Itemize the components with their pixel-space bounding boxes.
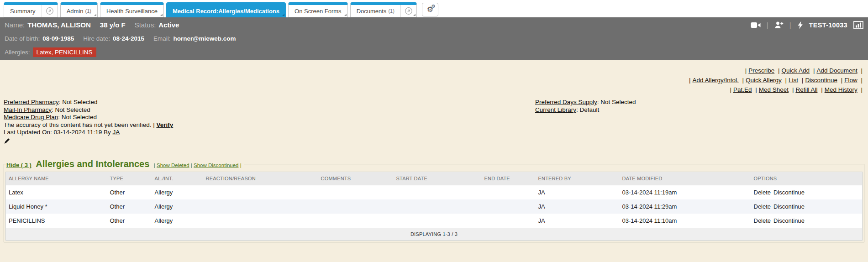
gear-small-icon: ⚙ — [431, 4, 436, 9]
displaying-count: DISPLAYING 1-3 / 3 — [6, 228, 863, 241]
cell-comments — [318, 199, 394, 214]
col-comments[interactable]: COMMENTS — [318, 172, 394, 185]
tab-bar: Summary Admin(1) Health Surveillance Med… — [0, 0, 868, 17]
popout-arrow-icon — [46, 7, 54, 15]
cell-end-date — [482, 185, 536, 200]
summary-popout-button[interactable] — [42, 5, 58, 17]
quick-links-row-1: |Prescribe |Quick Add |Add Document | — [4, 66, 864, 75]
mail-in-pharmacy-value: Not Selected — [55, 106, 90, 113]
medicare-drug-plan-link[interactable]: Medicare Drug Plan — [4, 114, 58, 121]
col-entered-by[interactable]: ENTERED BY — [536, 172, 620, 185]
tab-summary[interactable]: Summary — [4, 2, 58, 17]
tab-admin-count: (1) — [85, 8, 91, 14]
cell-comments — [318, 185, 394, 200]
page: Summary Admin(1) Health Surveillance Med… — [0, 0, 868, 262]
cell-start-date — [394, 199, 482, 214]
verify-line: The accuracy of this content has not yet… — [4, 121, 864, 129]
tab-dropdown-fold — [282, 14, 284, 16]
delete-link[interactable]: Delete — [754, 189, 771, 196]
quick-add-link[interactable]: Quick Add — [782, 67, 810, 74]
preferred-days-supply-link[interactable]: Preferred Days Supply — [535, 99, 597, 105]
settings-gears-button[interactable]: ⚙ ⚙ — [422, 3, 438, 16]
mail-in-pharmacy-link[interactable]: Mail-In Pharmacy — [4, 106, 52, 113]
pharmacy-info-right: Preferred Days Supply: Not Selected Curr… — [535, 99, 636, 114]
cell-allergy-name: Liquid Honey * — [6, 199, 107, 214]
patient-age-sex: 38 y/o F — [100, 21, 126, 29]
dob-label: Date of birth: — [5, 35, 40, 42]
cell-type: Other — [107, 199, 152, 214]
col-start-date[interactable]: START DATE — [394, 172, 482, 185]
tab-on-screen-forms[interactable]: On Screen Forms — [288, 2, 348, 17]
tab-health-surveillance[interactable]: Health Surveillance — [100, 2, 164, 17]
verify-text: The accuracy of this content has not yet… — [4, 121, 151, 128]
quick-allergy-link[interactable]: Quick Allergy — [746, 77, 782, 84]
edit-pencil-icon[interactable] — [4, 138, 10, 144]
delete-link[interactable]: Delete — [754, 203, 771, 210]
col-al-int[interactable]: AL./INT. — [152, 172, 203, 185]
allergies-section-title: Allergies and Intolerances — [36, 159, 149, 169]
discontinue-row-link[interactable]: Discontinue — [773, 217, 805, 224]
cell-options: DeleteDiscontinue — [751, 199, 863, 214]
table-row-latex: Latex Other Allergy JA 03-14-2024 11:19a… — [6, 185, 863, 200]
hide-section-link[interactable]: Hide ( 3 ) — [6, 162, 32, 168]
patient-email: horner@mieweb.com — [173, 35, 236, 42]
cell-reaction — [203, 185, 318, 200]
col-reaction-reason[interactable]: REACTION/REASON — [203, 172, 318, 185]
cell-type: Other — [107, 185, 152, 200]
current-library-link[interactable]: Current Library — [535, 106, 576, 113]
med-sheet-link[interactable]: Med Sheet — [759, 86, 789, 93]
video-camera-icon[interactable] — [751, 21, 761, 29]
table-header-row: ALLERGY NAME TYPE AL./INT. REACTION/REAS… — [6, 172, 863, 185]
cell-start-date — [394, 185, 482, 200]
tab-documents-count: (1) — [388, 8, 394, 14]
discontinue-row-link[interactable]: Discontinue — [773, 203, 805, 210]
add-document-link[interactable]: Add Document — [816, 67, 857, 74]
add-person-icon[interactable] — [774, 21, 784, 29]
col-allergy-name[interactable]: ALLERGY NAME — [6, 172, 107, 185]
patient-header-row-1: Name: THOMAS, ALLISON 38 y/o F Status: A… — [0, 17, 868, 32]
lightning-icon[interactable] — [797, 21, 803, 29]
preferred-days-supply-value: Not Selected — [600, 99, 636, 105]
cell-date-modified: 03-14-2024 11:29am — [620, 199, 751, 214]
tab-dropdown-fold — [94, 14, 96, 16]
col-type[interactable]: TYPE — [107, 172, 152, 185]
preferred-pharmacy-link[interactable]: Preferred Pharmacy — [4, 99, 59, 105]
tab-admin[interactable]: Admin(1) — [60, 2, 98, 17]
last-updated-by-link[interactable]: JA — [112, 129, 120, 136]
cell-type: Other — [107, 214, 152, 228]
patient-header-row-2: Date of birth: 08-09-1985 Hire date: 08-… — [0, 32, 868, 45]
col-options: OPTIONS — [751, 172, 863, 185]
show-deleted-link[interactable]: Show Deleted — [157, 162, 189, 168]
patient-header-row-3: Allergies: Latex, PENICILLINS — [0, 45, 868, 60]
medicare-drug-plan-value: Not Selected — [62, 114, 97, 121]
patient-dob: 08-09-1985 — [42, 35, 74, 42]
show-discontinued-link[interactable]: Show Discontinued — [194, 162, 238, 168]
col-date-modified[interactable]: DATE MODIFIED — [620, 172, 751, 185]
col-end-date[interactable]: END DATE — [482, 172, 536, 185]
allergies-badge[interactable]: Latex, PENICILLINS — [33, 47, 96, 57]
preferred-days-supply-line: Preferred Days Supply: Not Selected — [535, 99, 636, 106]
pat-ed-link[interactable]: Pat.Ed — [733, 86, 752, 93]
delete-link[interactable]: Delete — [754, 217, 771, 224]
tab-medical-record-allergies-medications[interactable]: Medical Record:Allergies/Medications — [166, 2, 286, 17]
preferred-pharmacy-value: Not Selected — [62, 99, 97, 105]
tab-dropdown-fold — [344, 14, 347, 16]
tab-documents[interactable]: Documents(1) — [350, 2, 417, 17]
allergies-label: Allergies: — [5, 49, 30, 56]
list-link[interactable]: List — [789, 77, 798, 84]
preferred-pharmacy-line: Preferred Pharmacy: Not Selected — [4, 99, 864, 106]
mail-in-pharmacy-line: Mail-In Pharmacy: Not Selected — [4, 106, 864, 114]
med-history-link[interactable]: Med History — [825, 86, 857, 93]
refill-all-link[interactable]: Refill All — [795, 86, 817, 93]
verify-link[interactable]: Verify — [156, 121, 173, 128]
popout-arrow-icon — [405, 7, 413, 15]
cell-options: DeleteDiscontinue — [751, 185, 863, 200]
bar-chart-icon[interactable] — [853, 21, 863, 29]
discontinue-row-link[interactable]: Discontinue — [773, 189, 805, 196]
flow-link[interactable]: Flow — [844, 77, 857, 84]
discontinue-link[interactable]: Discontinue — [805, 77, 837, 84]
add-allergy-intol-link[interactable]: Add Allergy/Intol. — [692, 77, 738, 84]
prescribe-link[interactable]: Prescribe — [748, 67, 774, 74]
status-label: Status: — [135, 21, 156, 29]
table-footer-row: DISPLAYING 1-3 / 3 — [6, 228, 863, 241]
